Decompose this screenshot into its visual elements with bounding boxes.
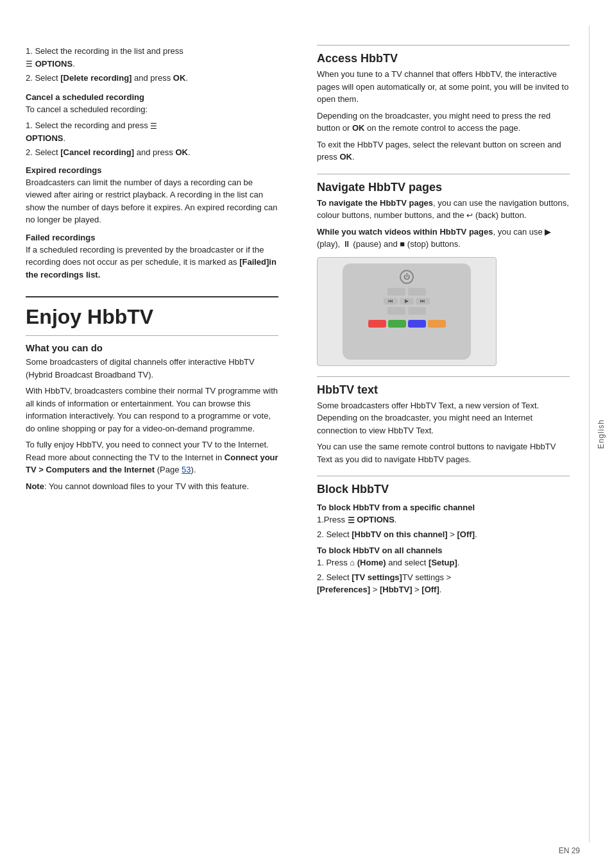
block-step2-middle: > xyxy=(448,530,457,539)
all-step2: 2. Select [TV settings]TV settings > [Pr… xyxy=(317,571,570,596)
expired-title: Expired recordings xyxy=(26,165,278,175)
block-step2: 2. Select [HbbTV on this channel] > [Off… xyxy=(317,528,570,541)
access-para2: Depending on the broadcaster, you might … xyxy=(317,110,570,135)
options-icon-1: ☰ xyxy=(26,58,33,70)
right-column: Access HbbTV When you tune to a TV chann… xyxy=(310,45,570,823)
footer-page-number: EN 29 xyxy=(559,846,580,855)
access-ok: OK xyxy=(352,123,365,133)
step2-suffix: and press xyxy=(132,73,173,83)
failed-body-prefix: If a scheduled recording is prevented by… xyxy=(26,245,264,267)
content-area: 1. Select the recording in the list and … xyxy=(0,26,589,842)
access-divider xyxy=(317,45,570,46)
access-para3: To exit the HbbTV pages, select the rele… xyxy=(317,138,570,163)
play-label: (play), xyxy=(317,239,343,249)
remote-power-btn: ⏻ xyxy=(400,270,414,284)
remote-btn-3 xyxy=(387,307,405,315)
cancel-step2-prefix: 2. Select xyxy=(26,147,60,157)
enjoy-note-body: : You cannot download files to your TV w… xyxy=(44,481,249,491)
remote-yellow-btn xyxy=(428,320,446,328)
what-you-can-do-title: What you can do xyxy=(26,342,278,353)
step2-prefix: 2. Select xyxy=(26,73,60,83)
remote-body: ⏻ ⏮ ▶ ⏭ xyxy=(343,263,471,360)
all-step2-middle: TV settings > xyxy=(402,572,451,582)
access-title: Access HbbTV xyxy=(317,52,570,65)
language-sidebar: English xyxy=(589,26,612,842)
access-ok2: OK xyxy=(339,152,352,162)
cancel-step2: 2. Select [Cancel recording] and press O… xyxy=(26,146,278,159)
hbbtv-text-title: HbbTV text xyxy=(317,383,570,397)
remote-btn-1 xyxy=(387,288,405,296)
remote-mid-row xyxy=(387,307,426,315)
options-label-3: OPTIONS xyxy=(355,515,395,524)
enjoy-section: Enjoy HbbTV What you can do Some broadca… xyxy=(26,296,278,492)
enjoy-note-prefix: Note xyxy=(26,481,44,491)
navigate-para1: To navigate the HbbTV pages, you can use… xyxy=(317,197,570,222)
hbbtv-bracket: [HbbTV] xyxy=(380,585,412,594)
cancel-recording-label: [Cancel recording] xyxy=(60,147,134,157)
all-step2-arrow: > xyxy=(370,585,380,594)
enjoy-para3: To fully enjoy HbbTV, you need to connec… xyxy=(26,438,278,476)
cancel-step1: 1. Select the recording and press ☰ OPTI… xyxy=(26,119,278,144)
block-step1-period: . xyxy=(395,515,397,524)
hbbtv-text-section: HbbTV text Some broadcasters offer HbbTV… xyxy=(317,376,570,466)
stop-label: (stop) buttons. xyxy=(405,239,461,249)
pause-icon: ⏸ xyxy=(343,239,351,249)
navigate-para2: While you watch videos within HbbTV page… xyxy=(317,226,570,251)
navigate-section: Navigate HbbTV pages To navigate the Hbb… xyxy=(317,174,570,366)
preferences-bracket: [Preferences] xyxy=(317,585,370,594)
block-step1: 1.Press ☰ OPTIONS. xyxy=(317,513,570,526)
remote-green-btn xyxy=(388,320,406,328)
expired-section: Expired recordings Broadcasters can limi… xyxy=(26,165,278,226)
block-step2-period: . xyxy=(475,530,477,539)
block-section: Block HbbTV To block HbbTV from a specif… xyxy=(317,476,570,596)
cancel-step2-suffix: and press xyxy=(134,147,175,157)
remote-image: ⏻ ⏮ ▶ ⏭ xyxy=(317,257,497,366)
tv-settings-bracket: [TV settings] xyxy=(352,572,402,582)
step2-period: . xyxy=(185,73,188,83)
remote-rewind: ⏮ xyxy=(384,298,398,305)
access-para1: When you tune to a TV channel that offer… xyxy=(317,68,570,106)
cancel-step1-period: . xyxy=(64,133,66,143)
block-step2-prefix: 2. Select xyxy=(317,530,352,539)
cancel-intro: To cancel a scheduled recording: xyxy=(26,103,278,116)
while-suffix-prefix: , you can use xyxy=(493,227,545,237)
cancel-title: Cancel a scheduled recording xyxy=(26,92,278,102)
all-step2-arrow2: > xyxy=(412,585,421,594)
block-divider xyxy=(317,476,570,476)
options-icon-2: ☰ xyxy=(150,121,157,132)
remote-btn-2 xyxy=(408,288,426,296)
all-step1-suffix: and select xyxy=(386,558,429,567)
home-icon: ⌂ xyxy=(350,556,355,569)
remote-nav-row: ⏮ ▶ ⏭ xyxy=(384,298,430,305)
remote-play: ▶ xyxy=(400,298,414,305)
enjoy-page-link[interactable]: 53 xyxy=(182,465,191,474)
cancel-step2-period: . xyxy=(188,147,191,157)
hbbtv-text-para2: You can use the same remote control butt… xyxy=(317,440,570,465)
all-step2-prefix: 2. Select xyxy=(317,572,352,582)
failed-body: If a scheduled recording is prevented by… xyxy=(26,244,278,281)
intro-steps: 1. Select the recording in the list and … xyxy=(26,45,278,85)
navigate-divider xyxy=(317,174,570,174)
back-arrow-icon: ↩ xyxy=(466,210,473,221)
ok-label-2: OK xyxy=(175,147,188,157)
block-title: Block HbbTV xyxy=(317,483,570,496)
access-section: Access HbbTV When you tune to a TV chann… xyxy=(317,45,570,163)
page: 1. Select the recording in the list and … xyxy=(0,0,612,868)
access-para2-suffix: on the remote control to access the page… xyxy=(364,123,520,133)
cancel-section: Cancel a scheduled recording To cancel a… xyxy=(26,92,278,159)
expired-body: Broadcasters can limit the number of day… xyxy=(26,176,278,226)
options-icon-3: ☰ xyxy=(348,515,355,526)
failed-section: Failed recordings If a scheduled recordi… xyxy=(26,233,278,281)
all-step1-period: . xyxy=(457,558,460,567)
pause-label: (pause) and xyxy=(351,239,400,249)
navigate-intro-bold: To navigate the HbbTV pages xyxy=(317,198,433,208)
while-bold: While you watch videos within HbbTV page… xyxy=(317,227,493,237)
enjoy-para2: With HbbTV, broadcasters combine their n… xyxy=(26,385,278,435)
left-column: 1. Select the recording in the list and … xyxy=(26,45,291,823)
navigate-intro-end: (back) button. xyxy=(473,210,526,220)
step1-line: 1. Select the recording in the list and … xyxy=(26,45,278,70)
enjoy-para3-end: ). xyxy=(191,465,196,474)
enjoy-para3-suffix: (Page xyxy=(155,465,182,474)
options-label-2: OPTIONS xyxy=(26,133,64,143)
setup-bracket: [Setup] xyxy=(429,558,457,567)
